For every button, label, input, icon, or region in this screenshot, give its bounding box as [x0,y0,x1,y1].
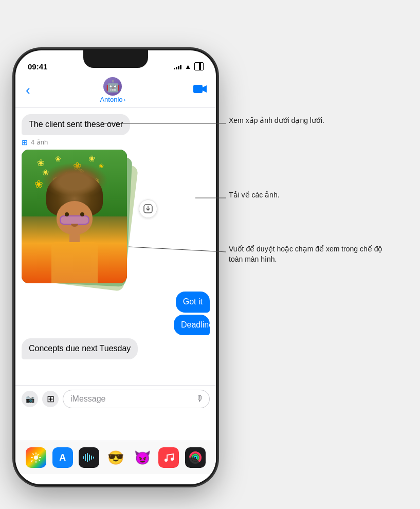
message-row: The client sent these over [22,114,210,135]
camera-button[interactable]: 📷 [22,391,38,407]
svg-rect-15 [91,456,92,460]
dock-app-photos[interactable] [26,447,46,468]
imessage-placeholder: iMessage [70,394,105,404]
svg-rect-14 [89,455,90,461]
download-button[interactable] [139,199,157,218]
signal-icon [174,63,181,69]
photo-count-label: 4 ảnh [31,138,48,146]
avatar: 🤖 [103,77,122,96]
svg-rect-7 [32,453,34,455]
photo-stack[interactable]: ❀ ❀ ❀ ❀ ❀ ❀ ❀ ❀ ❀ ❀ [22,150,135,288]
svg-rect-8 [39,459,41,461]
status-time: 09:41 [28,62,47,71]
dock-app-music[interactable] [158,447,179,468]
app-dock: A 😎 😈 [15,441,216,474]
svg-rect-0 [193,85,203,93]
message-row-concepts: Concepts due next Tuesday [22,338,210,359]
sent-bubble-group: Got it Deadline? [158,292,210,336]
svg-point-2 [34,456,38,460]
annotation-swipe: Vuốt để duyệt hoặc chạm để xem trong chế… [229,244,398,264]
dock-app-appstore[interactable]: A [52,447,73,468]
bubble-concepts[interactable]: Concepts due next Tuesday [22,338,138,359]
messages-area: The client sent these over ⊞ 4 ảnh [15,108,216,360]
dock-app-fitness[interactable] [185,447,206,468]
contact-name: Antonio › [100,96,125,103]
wifi-icon: ▲ [185,63,191,70]
status-icons: ▲ ▐ [174,62,204,70]
message-input[interactable]: iMessage 🎙 [63,390,210,408]
annotation-grid: Xem xấp ảnh dưới dạng lưới. [229,116,324,126]
svg-rect-9 [37,454,39,456]
svg-point-17 [165,459,168,462]
nav-bar: ‹ 🤖 Antonio › [15,75,216,108]
message-row-sent1: Got it Deadline? [22,292,210,336]
bubble-got-it[interactable]: Got it [176,292,210,313]
svg-rect-13 [87,453,88,462]
svg-rect-6 [39,457,41,458]
photo-main[interactable]: ❀ ❀ ❀ ❀ ❀ ❀ ❀ ❀ ❀ ❀ [22,150,127,283]
svg-point-18 [171,458,174,461]
annotation-download-text: Tải về các ảnh. [229,191,280,199]
phone-mockup: 09:41 ▲ ▐ ‹ 🤖 Antonio [15,50,216,484]
svg-rect-3 [35,452,36,455]
annotation-download: Tải về các ảnh. [229,190,280,201]
video-call-button[interactable] [193,84,208,97]
bubble-received[interactable]: The client sent these over [22,114,130,135]
photo-message-row: ⊞ 4 ảnh [22,138,210,288]
svg-rect-11 [83,456,84,459]
notch [83,50,148,68]
battery-icon: ▐ [194,62,204,70]
apps-button[interactable]: ⊞ [42,391,59,407]
photo-count-row: ⊞ 4 ảnh [22,138,135,147]
dock-app-memoji1[interactable]: 😎 [105,447,126,468]
dock-app-memoji2[interactable]: 😈 [132,447,153,468]
mic-icon[interactable]: 🎙 [196,394,204,404]
svg-rect-16 [93,457,94,459]
contact-info[interactable]: 🤖 Antonio › [100,77,125,103]
photo-content: ❀ ❀ ❀ ❀ ❀ ❀ ❀ ❀ ❀ ❀ [22,150,127,283]
save-to-photos-icon [143,204,153,213]
grid-icon: ⊞ [22,138,28,147]
svg-rect-12 [85,454,86,461]
phone-frame: 09:41 ▲ ▐ ‹ 🤖 Antonio [15,50,216,484]
annotation-grid-text: Xem xấp ảnh dưới dạng lưới. [229,116,324,124]
dock-app-soundwave[interactable] [79,447,99,468]
annotation-swipe-text: Vuốt để duyệt hoặc chạm để xem trong chế… [229,245,383,263]
photo-attachment[interactable]: ⊞ 4 ảnh [22,138,135,288]
svg-rect-4 [35,461,36,463]
svg-rect-10 [31,460,33,462]
input-area: 📷 ⊞ iMessage 🎙 [15,385,216,412]
bubble-deadline[interactable]: Deadline? [174,315,210,336]
back-button[interactable]: ‹ [24,80,32,100]
svg-rect-5 [31,457,33,458]
